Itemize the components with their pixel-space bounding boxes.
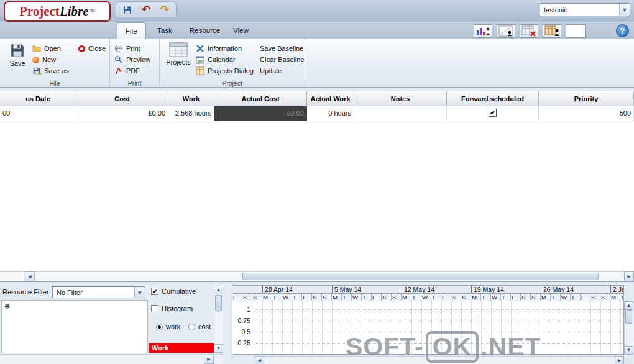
- task-usage-view-button[interactable]: [520, 24, 538, 38]
- resource-list-horizontal-scrollbar[interactable]: ►: [0, 354, 223, 364]
- timeline-weeks: 28 Apr 145 May 1412 May 1419 May 1426 Ma…: [232, 285, 624, 293]
- quick-access-toolbar: ↶ ↷: [116, 1, 177, 17]
- column-header-1[interactable]: Cost: [76, 91, 168, 106]
- column-header-5[interactable]: Notes: [354, 91, 447, 106]
- tab-view[interactable]: View: [225, 22, 257, 39]
- column-header-3[interactable]: Actual Cost: [214, 91, 307, 106]
- table-cell-3[interactable]: £0.00: [214, 106, 307, 121]
- scrollbar-thumb[interactable]: [625, 310, 632, 324]
- histogram-checkbox[interactable]: Histogram: [151, 305, 193, 312]
- new-button[interactable]: New: [32, 55, 56, 65]
- table-cell-0[interactable]: 00: [0, 106, 76, 121]
- projects-button[interactable]: Projects: [163, 42, 193, 66]
- cumulative-checkbox[interactable]: ✔ Cumulative: [151, 288, 196, 295]
- save-button[interactable]: Save: [5, 42, 30, 67]
- column-header-7[interactable]: Priority: [539, 91, 634, 106]
- y-axis-tick: 1: [247, 305, 250, 314]
- blank-view-button[interactable]: [566, 24, 586, 38]
- scroll-down-button[interactable]: ▼: [624, 346, 633, 355]
- radio-unselected-icon[interactable]: [188, 324, 195, 330]
- table-cell-5[interactable]: [354, 106, 447, 121]
- grid-hline: [232, 309, 623, 310]
- checkbox-checked-icon[interactable]: ✔: [151, 288, 158, 295]
- save-as-button[interactable]: ✎ Save as: [32, 66, 69, 76]
- clear-baseline-button[interactable]: Clear Baseline: [260, 55, 305, 65]
- chevron-down-icon[interactable]: ▼: [619, 4, 630, 16]
- timeline-day: F: [302, 294, 312, 301]
- main-horizontal-scrollbar[interactable]: ◄ ►: [0, 271, 634, 281]
- scroll-right-button[interactable]: ►: [615, 356, 624, 364]
- resource-list-item-glyph[interactable]: ❋: [4, 303, 10, 310]
- scroll-left-button[interactable]: ◄: [255, 356, 264, 364]
- timeline-day: S: [600, 294, 610, 301]
- pdf-button[interactable]: PDF: [114, 66, 140, 76]
- redo-button[interactable]: ↷: [158, 4, 171, 16]
- resource-usage-view-button[interactable]: [543, 24, 561, 38]
- open-button[interactable]: Open: [32, 43, 61, 53]
- scroll-up-button[interactable]: ▲: [214, 286, 223, 294]
- scroll-right-button[interactable]: ►: [204, 355, 214, 364]
- chart-view-button[interactable]: [497, 24, 515, 38]
- resource-list-vertical-scrollbar[interactable]: ▲ ▼: [214, 286, 223, 353]
- table-cell-7[interactable]: 500: [539, 106, 634, 121]
- ribbon-group-file: Save Open New ✎ Save as Close File: [0, 39, 110, 88]
- grid-hline: [232, 321, 623, 321]
- column-header-4[interactable]: Actual Work: [307, 91, 354, 106]
- undo-button[interactable]: ↶: [140, 4, 152, 16]
- scrollbar-thumb[interactable]: [242, 273, 599, 280]
- calendar-button[interactable]: Calendar: [196, 55, 236, 65]
- logo-tm-text: TM: [89, 8, 96, 13]
- table-cell-6[interactable]: ✔: [447, 106, 539, 121]
- scrollbar-thumb[interactable]: [215, 295, 222, 311]
- table-cell-4[interactable]: 0 hours: [307, 106, 354, 121]
- pdf-label: PDF: [126, 67, 140, 75]
- work-legend-badge: Work: [149, 343, 216, 353]
- quick-save-button[interactable]: [121, 4, 134, 16]
- scroll-up-button[interactable]: ▲: [624, 301, 633, 310]
- preview-button[interactable]: Preview: [114, 55, 150, 65]
- tab-task[interactable]: Task: [149, 22, 180, 39]
- projects-dialog-button[interactable]: Projects Dialog: [196, 66, 254, 76]
- work-radio[interactable]: work: [156, 323, 180, 330]
- timeline-week: 28 Apr 14: [262, 286, 293, 293]
- magnifier-icon: [114, 55, 123, 64]
- project-selector-dropdown[interactable]: testonic ▼: [540, 3, 630, 16]
- timeline-day: T: [481, 294, 491, 301]
- print-button[interactable]: Print: [114, 43, 140, 53]
- information-button[interactable]: Information: [196, 43, 242, 53]
- table-cell-1[interactable]: £0.00: [76, 106, 168, 121]
- preview-label: Preview: [126, 56, 150, 63]
- scroll-right-button[interactable]: ►: [624, 271, 634, 281]
- timeline-day: M: [332, 294, 342, 301]
- column-header-2[interactable]: Work: [168, 91, 214, 106]
- chart-vertical-scrollbar[interactable]: ▲ ▼: [624, 301, 633, 355]
- radio-selected-icon[interactable]: [156, 324, 163, 330]
- printer-icon: [114, 44, 123, 53]
- checkbox-unchecked-icon[interactable]: [151, 305, 158, 312]
- help-button[interactable]: ?: [616, 24, 629, 37]
- tab-file[interactable]: File: [117, 22, 146, 39]
- save-baseline-button[interactable]: Save Baseline: [260, 43, 303, 53]
- table-cell-2[interactable]: 2,568 hours: [168, 106, 214, 121]
- projects-dialog-label: Projects Dialog: [208, 67, 254, 75]
- timeline-day: S: [322, 294, 332, 301]
- scroll-left-button[interactable]: ◄: [25, 271, 35, 281]
- forward-scheduled-checkbox[interactable]: ✔: [489, 109, 497, 117]
- close-label: Close: [88, 45, 106, 52]
- chevron-down-icon[interactable]: ▼: [134, 287, 145, 298]
- information-label: Information: [208, 45, 242, 52]
- timeline-day: W: [352, 294, 362, 301]
- resource-filter-dropdown[interactable]: No Filter ▼: [52, 286, 145, 298]
- timeline-day: F: [232, 294, 242, 301]
- update-button[interactable]: Update: [260, 66, 282, 76]
- dialog-table-icon: [196, 66, 204, 75]
- scroll-down-button[interactable]: ▼: [214, 344, 223, 353]
- tab-resource[interactable]: Resource: [181, 22, 228, 39]
- histogram-view-button[interactable]: [474, 24, 492, 38]
- cost-radio[interactable]: cost: [188, 323, 211, 330]
- resource-list[interactable]: ❋: [1, 300, 148, 353]
- project-selector-value: testonic: [540, 6, 619, 14]
- column-header-0[interactable]: us Date: [0, 91, 76, 106]
- close-button[interactable]: Close: [78, 43, 106, 53]
- column-header-6[interactable]: Forward scheduled: [447, 91, 539, 106]
